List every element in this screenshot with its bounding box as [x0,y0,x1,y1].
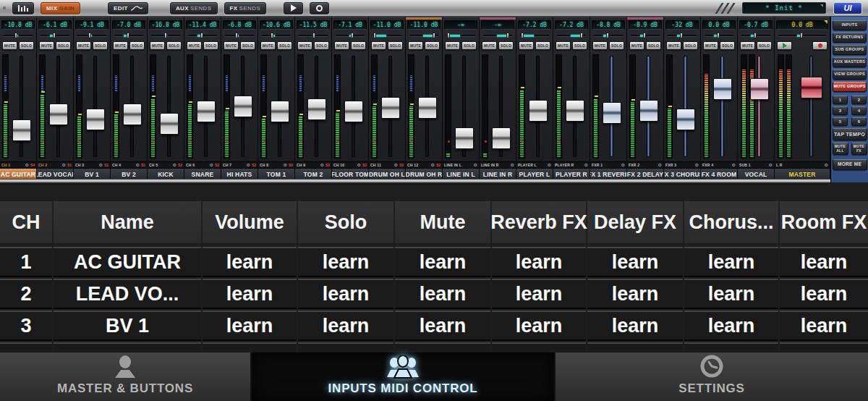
channel-name[interactable]: DRUM OH L [369,168,405,180]
pan-thumb[interactable] [312,33,315,38]
channel-name[interactable]: FX 1 REVERB [590,168,626,180]
pan-thumb[interactable] [680,33,683,38]
sidebar-button-fx-returns[interactable]: FX RETURNS [833,33,867,43]
mute-button[interactable]: MUTE [2,41,17,50]
channel-name[interactable]: BV 1 [74,168,110,180]
solo-button[interactable]: SOLO [425,41,440,50]
fader-handle[interactable] [529,100,548,122]
pan-slider[interactable] [2,32,34,39]
pan-thumb[interactable] [14,33,17,38]
learn-button[interactable]: learn [684,311,778,341]
fader-handle[interactable] [566,100,584,122]
pan-slider[interactable] [740,32,772,39]
learn-button[interactable]: learn [203,311,297,341]
fader-handle[interactable] [197,101,216,122]
sidebar-button-aux-masters[interactable]: AUX MASTERS [833,57,867,67]
channel-name[interactable]: PLAYER L [516,168,553,180]
channel-name[interactable]: FX 3 CHORUS [664,168,700,180]
pan-thumb[interactable] [373,33,376,38]
pan-thumb[interactable] [200,33,203,38]
pan-thumb[interactable] [127,33,129,38]
pan-slider[interactable] [76,32,108,39]
mute-button[interactable]: MUTE [224,41,239,50]
fader-handle[interactable] [713,78,732,100]
channel-settings-icon[interactable]: ⚙ [430,163,434,167]
tap-tempo-button[interactable]: TAP TEMPO [833,128,867,140]
sidebar-button-sub-groups[interactable]: SUB GROUPS [833,45,867,55]
solo-button[interactable]: SOLO [56,41,71,50]
pan-slider[interactable] [482,32,514,39]
channel-settings-icon[interactable]: ⚙ [393,163,397,167]
fader-handle[interactable] [234,96,252,117]
pan-thumb[interactable] [800,33,803,38]
solo-button[interactable]: SOLO [203,41,218,50]
mute-group-5-button[interactable]: 5 [833,117,848,126]
channel-settings-icon[interactable]: ⚙ [172,163,176,167]
tab-master-buttons[interactable]: MASTER & BUTTONS [0,353,252,401]
solo-button[interactable]: SOLO [646,41,661,50]
pan-slider[interactable] [224,32,255,39]
pan-slider[interactable] [334,32,366,39]
learn-button[interactable]: learn [587,311,683,341]
solo-button[interactable]: SOLO [166,41,182,50]
channel-name[interactable]: LINE IN R [480,168,516,180]
mute-fx-button[interactable]: MUTE FX [851,143,867,155]
channel-settings-icon[interactable]: ⚙ [246,163,250,167]
learn-button[interactable]: learn [684,247,778,277]
solo-button[interactable]: SOLO [461,41,477,50]
preset-display[interactable]: * Init * [742,2,826,14]
channel-settings-icon[interactable]: ⚙ [320,163,323,167]
channel-name[interactable]: SNARE [184,168,221,180]
pan-slider[interactable] [408,32,440,39]
strip-record-button[interactable] [812,41,827,50]
pan-thumb[interactable] [447,33,450,38]
mute-button[interactable]: MUTE [445,41,460,50]
fx-sends-button[interactable]: FX SENDS [224,2,267,14]
mute-group-6-button[interactable]: 6 [851,117,867,126]
learn-button[interactable]: learn [395,279,490,309]
mix-gain-toggle[interactable]: MIX GAIN [41,2,80,14]
mute-button[interactable]: MUTE [482,41,497,50]
channel-name[interactable]: FX 4 ROOM [701,168,737,180]
pan-slider[interactable] [519,32,550,39]
pan-slider[interactable] [150,32,182,39]
learn-button[interactable]: learn [587,279,683,309]
aux-sends-button[interactable]: AUX SENDS [170,2,218,14]
channel-settings-icon[interactable]: ⚙ [474,163,477,167]
channel-settings-icon[interactable]: ⚙ [769,163,773,167]
play-button[interactable] [284,2,303,14]
sidebar-button-view-groups[interactable]: VIEW GROUPS [833,69,867,80]
mute-button[interactable]: MUTE [297,41,312,50]
fader-handle[interactable] [344,101,363,122]
channel-name[interactable]: LINE IN L [443,168,479,180]
learn-button[interactable]: learn [492,311,586,341]
pan-thumb[interactable] [53,33,56,38]
pan-thumb[interactable] [717,33,720,38]
channel-settings-icon[interactable]: ⚙ [283,163,286,167]
channel-settings-icon[interactable]: ⚙ [61,163,65,167]
learn-button[interactable]: learn [684,279,778,309]
mute-group-3-button[interactable]: 3 [833,106,848,115]
mute-button[interactable]: MUTE [260,41,276,50]
solo-button[interactable]: SOLO [609,41,624,50]
channel-name[interactable]: VOCAL [738,168,774,180]
pan-slider[interactable] [297,32,329,39]
channel-settings-icon[interactable]: ⚙ [511,163,514,167]
pan-thumb[interactable] [643,33,646,38]
record-button[interactable] [310,2,329,14]
mute-button[interactable]: MUTE [113,41,128,50]
channel-settings-icon[interactable]: ⚙ [732,163,736,167]
mute-button[interactable]: MUTE [556,41,571,50]
learn-button[interactable]: learn [780,311,868,341]
solo-button[interactable]: SOLO [277,41,292,50]
mute-button[interactable]: MUTE [629,41,644,50]
learn-button[interactable]: learn [492,247,586,277]
channel-settings-icon[interactable]: ⚙ [548,163,551,167]
learn-button[interactable]: learn [298,311,393,341]
channel-settings-icon[interactable]: ⚙ [584,163,588,167]
mute-button[interactable]: MUTE [371,41,386,50]
mute-group-1-button[interactable]: 1 [833,96,848,104]
channel-name[interactable]: HI HATS [221,168,258,180]
learn-button[interactable]: learn [203,247,297,277]
more-me-button[interactable]: MORE ME [833,159,867,170]
